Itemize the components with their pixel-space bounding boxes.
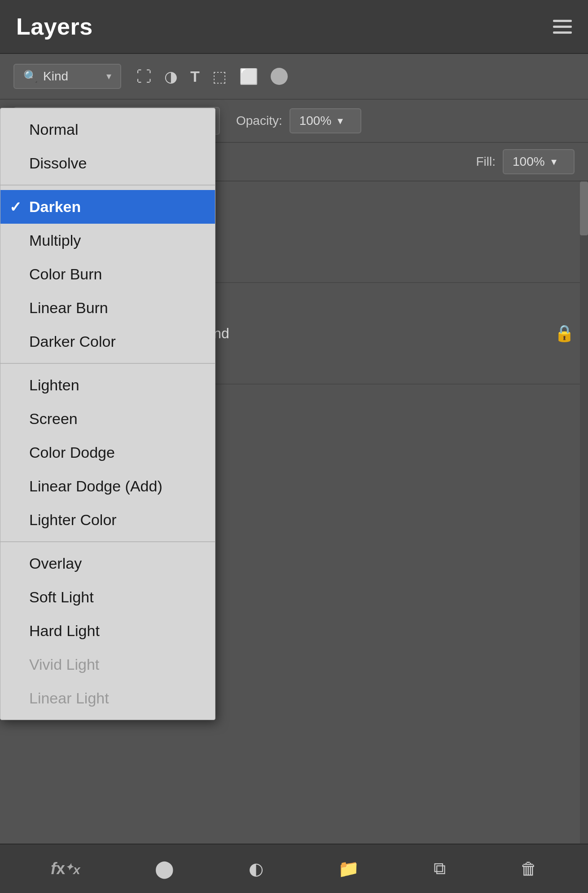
- blend-option-multiply[interactable]: Multiply: [0, 224, 215, 257]
- blend-option-darken[interactable]: Darken: [0, 190, 215, 224]
- fill-label: Fill:: [476, 155, 496, 169]
- filter-bar: 🔍 Kind ▾ ⛶ ◑ T ⬚ ⬜: [0, 54, 588, 100]
- mask-button[interactable]: ◐: [244, 856, 268, 881]
- duplicate-button[interactable]: ⧉: [429, 856, 450, 881]
- blend-option-darker-color[interactable]: Darker Color: [0, 325, 215, 358]
- fill-value-text: 100%: [513, 155, 545, 169]
- background-lock-icon: 🔒: [554, 324, 575, 343]
- smart-filter-icon[interactable]: ⬜: [239, 67, 258, 85]
- blend-option-linear-burn[interactable]: Linear Burn: [0, 291, 215, 325]
- dropdown-section-overlay: Overlay Soft Light Hard Light Vivid Ligh…: [0, 542, 215, 720]
- blend-option-dissolve[interactable]: Dissolve: [0, 146, 215, 180]
- blend-option-screen[interactable]: Screen: [0, 402, 215, 436]
- blend-option-color-dodge[interactable]: Color Dodge: [0, 436, 215, 469]
- dropdown-section-normal: Normal Dissolve: [0, 108, 215, 186]
- blend-option-hard-light[interactable]: Hard Light: [0, 614, 215, 648]
- fill-select[interactable]: 100% ▾: [503, 149, 575, 174]
- blend-option-lighter-color[interactable]: Lighter Color: [0, 503, 215, 537]
- blend-option-color-burn[interactable]: Color Burn: [0, 257, 215, 291]
- blend-mode-dropdown: Normal Dissolve Darken Multiply Color Bu…: [0, 108, 215, 720]
- dot-filter-icon[interactable]: [271, 68, 288, 85]
- folder-button[interactable]: 📁: [333, 856, 364, 881]
- opacity-label: Opacity:: [236, 114, 282, 128]
- dropdown-section-lighten: Lighten Screen Color Dodge Linear Dodge …: [0, 364, 215, 542]
- scrollbar-track[interactable]: [580, 181, 588, 844]
- fill-chevron-icon: ▾: [551, 155, 557, 168]
- adjustment-filter-icon[interactable]: ◑: [164, 67, 178, 85]
- blend-option-overlay[interactable]: Overlay: [0, 547, 215, 580]
- dropdown-section-darken: Darken Multiply Color Burn Linear Burn D…: [0, 186, 215, 364]
- blend-option-linear-light[interactable]: Linear Light: [0, 681, 215, 715]
- image-filter-icon[interactable]: ⛶: [136, 68, 152, 85]
- search-icon: 🔍: [23, 70, 38, 84]
- filter-icons-group: ⛶ ◑ T ⬚ ⬜: [136, 67, 288, 85]
- blend-option-vivid-light[interactable]: Vivid Light: [0, 648, 215, 681]
- opacity-value-text: 100%: [299, 114, 332, 128]
- blend-option-lighten[interactable]: Lighten: [0, 368, 215, 402]
- scrollbar-thumb[interactable]: [580, 181, 588, 235]
- circle-solid-button[interactable]: ⬤: [150, 856, 179, 881]
- bottom-toolbar: fx✦ ⬤ ◐ 📁 ⧉ 🗑: [0, 844, 588, 893]
- kind-chevron-icon: ▾: [106, 71, 111, 82]
- layers-panel: Layers 🔍 Kind ▾ ⛶ ◑ T ⬚ ⬜ Darken ▾ Opaci…: [0, 0, 588, 893]
- blend-option-linear-dodge[interactable]: Linear Dodge (Add): [0, 469, 215, 503]
- kind-filter-select[interactable]: 🔍 Kind ▾: [13, 64, 121, 89]
- blend-option-soft-light[interactable]: Soft Light: [0, 580, 215, 614]
- opacity-chevron-icon: ▾: [338, 115, 343, 127]
- hamburger-menu-icon[interactable]: [553, 20, 572, 34]
- panel-title: Layers: [16, 13, 93, 40]
- shape-filter-icon[interactable]: ⬚: [212, 67, 227, 85]
- kind-filter-label: Kind: [43, 69, 68, 84]
- fx-button[interactable]: fx✦: [46, 857, 85, 881]
- blend-option-normal[interactable]: Normal: [0, 113, 215, 146]
- trash-button[interactable]: 🗑: [516, 857, 542, 881]
- opacity-select[interactable]: 100% ▾: [290, 108, 361, 133]
- text-filter-icon[interactable]: T: [190, 68, 200, 85]
- panel-header: Layers: [0, 0, 588, 54]
